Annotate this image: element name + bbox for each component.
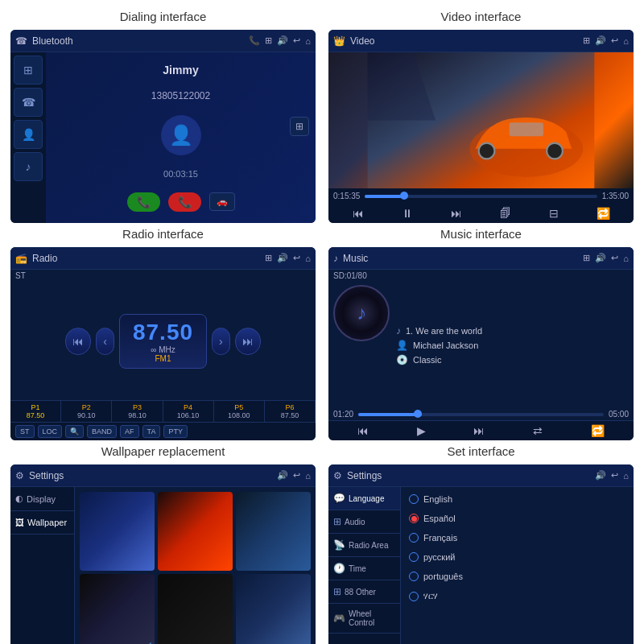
set-menu-audio[interactable]: ⊞ Audio xyxy=(328,510,400,534)
radio-icon: 📻 xyxy=(15,253,27,264)
music-body: ♪ ♪ 1. We are the world 👤 Michael Jackso… xyxy=(328,282,634,408)
video-volume-btn[interactable]: 🔊 xyxy=(595,35,606,46)
video-progress-track[interactable] xyxy=(365,195,597,198)
wallpaper-title: Wallpaper replacement xyxy=(4,439,322,463)
radio-band-btn[interactable]: BAND xyxy=(87,425,117,438)
music-prev-btn[interactable]: ⏮ xyxy=(357,424,369,437)
radio-grid-btn[interactable]: ⊞ xyxy=(265,253,272,263)
set-menu-time[interactable]: 🕐 Time xyxy=(328,557,400,580)
radio-prev-btn[interactable]: ‹ xyxy=(96,328,114,355)
set-menu-language[interactable]: 💬 Language xyxy=(328,487,400,510)
dial-grid-btn[interactable]: ⊞ xyxy=(14,56,43,85)
set-lang-other[interactable]: ሃርሃ xyxy=(404,587,630,605)
radio-preset-1[interactable]: P1 87.50 xyxy=(10,401,61,422)
back-hdr-btn[interactable]: ↩ xyxy=(293,35,300,46)
radio-back-btn[interactable]: ↩ xyxy=(293,253,300,263)
wallpaper-thumb-4[interactable]: ✓ xyxy=(80,574,155,644)
radio-next-btn[interactable]: › xyxy=(212,328,230,355)
music-back-btn[interactable]: ↩ xyxy=(611,253,618,263)
video-repeat-btn[interactable]: 🔁 xyxy=(597,207,610,220)
wallpaper-display-item[interactable]: ◐ Display xyxy=(10,487,74,511)
wallpaper-header-btns: 🔊 ↩ ⌂ xyxy=(277,470,311,481)
radio-other-lang[interactable] xyxy=(409,592,419,601)
radio-st-label: ST xyxy=(10,270,316,282)
music-repeat-btn[interactable]: 🔁 xyxy=(591,424,605,437)
set-home-btn[interactable]: ⌂ xyxy=(623,471,629,481)
set-lang-russian[interactable]: русский xyxy=(404,548,630,566)
music-progress-track[interactable] xyxy=(358,413,604,416)
video-screen-btn[interactable]: ⊟ xyxy=(549,207,559,220)
radio-next-next-btn[interactable]: ⏭ xyxy=(235,328,261,355)
phone-hdr-btn[interactable]: 📞 xyxy=(249,35,260,46)
radio-af-btn[interactable]: AF xyxy=(120,425,139,438)
wallpaper-thumb-3[interactable] xyxy=(236,492,311,571)
radio-search-btn[interactable]: 🔍 xyxy=(65,425,84,438)
car-audio-btn[interactable]: 🚗 xyxy=(209,192,235,211)
wallpaper-volume-btn[interactable]: 🔊 xyxy=(277,470,288,481)
radio-preset-2[interactable]: P2 90.10 xyxy=(61,401,112,422)
radio-russian[interactable] xyxy=(409,552,419,562)
home-hdr-btn[interactable]: ⌂ xyxy=(305,36,311,46)
lang-francais: Français xyxy=(423,533,457,543)
wallpaper-thumb-2[interactable] xyxy=(158,492,233,571)
radio-freq-display: 87.50 ∞ MHz FM1 xyxy=(119,314,207,369)
set-menu-other[interactable]: ⊞ 88 Other xyxy=(328,580,400,604)
end-call-btn[interactable]: 📞 xyxy=(168,192,201,212)
radio-home-btn[interactable]: ⌂ xyxy=(305,254,311,263)
wallpaper-body: ◐ Display 🖼 Wallpaper ✓ xyxy=(10,487,316,644)
video-back-btn[interactable]: ↩ xyxy=(611,35,618,46)
dialing-main: Jimmy 13805122002 👤 00:03:15 📞 📞 🚗 ⊞ xyxy=(46,52,316,223)
set-lang-espanol[interactable]: Español xyxy=(404,510,630,527)
music-home-btn[interactable]: ⌂ xyxy=(623,254,629,263)
set-lang-portuguese[interactable]: português xyxy=(404,568,630,585)
set-menu-radio-area[interactable]: 📡 Radio Area xyxy=(328,534,400,557)
set-back-btn[interactable]: ↩ xyxy=(611,470,618,481)
set-menu-wheel[interactable]: 🎮 Wheel Control xyxy=(328,604,400,634)
video-prev-btn[interactable]: ⏮ xyxy=(353,207,364,220)
radio-ta-btn[interactable]: TA xyxy=(142,425,161,438)
wallpaper-thumb-1[interactable] xyxy=(80,492,155,571)
radio-prev-prev-btn[interactable]: ⏮ xyxy=(65,328,91,355)
radio-volume-btn[interactable]: 🔊 xyxy=(277,253,288,263)
music-volume-btn[interactable]: 🔊 xyxy=(595,253,606,263)
call-timer: 00:03:15 xyxy=(163,169,198,179)
dial-contacts-btn[interactable]: 👤 xyxy=(14,120,43,149)
radio-preset-5[interactable]: P5 108.00 xyxy=(214,401,265,422)
music-grid-btn[interactable]: ⊞ xyxy=(583,253,590,263)
video-sub-btn[interactable]: 🗐 xyxy=(500,207,511,220)
wallpaper-back-btn[interactable]: ↩ xyxy=(293,470,300,481)
music-play-btn[interactable]: ▶ xyxy=(417,424,426,437)
contact-name: Jimmy xyxy=(163,64,198,76)
video-pause-btn[interactable]: ⏸ xyxy=(402,207,413,220)
radio-preset-4[interactable]: P4 106.10 xyxy=(163,401,214,422)
video-grid-btn[interactable]: ⊞ xyxy=(583,35,590,46)
keypad-btn[interactable]: ⊞ xyxy=(290,117,309,136)
set-lang-francais[interactable]: Français xyxy=(404,529,630,547)
dial-call-btn[interactable]: ☎ xyxy=(14,88,43,117)
video-time-left: 0:15:35 xyxy=(333,192,360,200)
accept-call-btn[interactable]: 📞 xyxy=(127,192,160,212)
radio-loc-btn[interactable]: LOC xyxy=(38,425,63,438)
video-next-btn[interactable]: ⏭ xyxy=(451,207,462,220)
radio-espanol[interactable] xyxy=(409,514,419,523)
radio-portuguese[interactable] xyxy=(409,572,419,581)
radio-st-btn[interactable]: ST xyxy=(15,425,35,438)
set-volume-btn[interactable]: 🔊 xyxy=(595,470,606,481)
radio-pty-btn[interactable]: PTY xyxy=(163,425,188,438)
video-progress-bar: 0:15:35 1:35:00 xyxy=(328,188,634,204)
wallpaper-thumb-5[interactable] xyxy=(158,574,233,644)
set-lang-english[interactable]: English xyxy=(404,490,630,508)
wallpaper-home-btn[interactable]: ⌂ xyxy=(305,471,311,481)
radio-english[interactable] xyxy=(409,494,419,504)
music-next-btn[interactable]: ⏭ xyxy=(473,424,485,437)
radio-francais[interactable] xyxy=(409,533,419,543)
radio-preset-3[interactable]: P3 98.10 xyxy=(112,401,163,422)
volume-hdr-btn[interactable]: 🔊 xyxy=(277,35,288,46)
wallpaper-wallpaper-item[interactable]: 🖼 Wallpaper xyxy=(10,511,74,535)
radio-preset-6[interactable]: P6 87.50 xyxy=(265,401,316,422)
video-home-btn[interactable]: ⌂ xyxy=(623,36,629,46)
wallpaper-thumb-6[interactable] xyxy=(236,574,311,644)
dial-music-btn[interactable]: ♪ xyxy=(14,152,43,181)
music-shuffle-btn[interactable]: ⇄ xyxy=(533,424,543,437)
grid-hdr-btn[interactable]: ⊞ xyxy=(265,35,272,46)
